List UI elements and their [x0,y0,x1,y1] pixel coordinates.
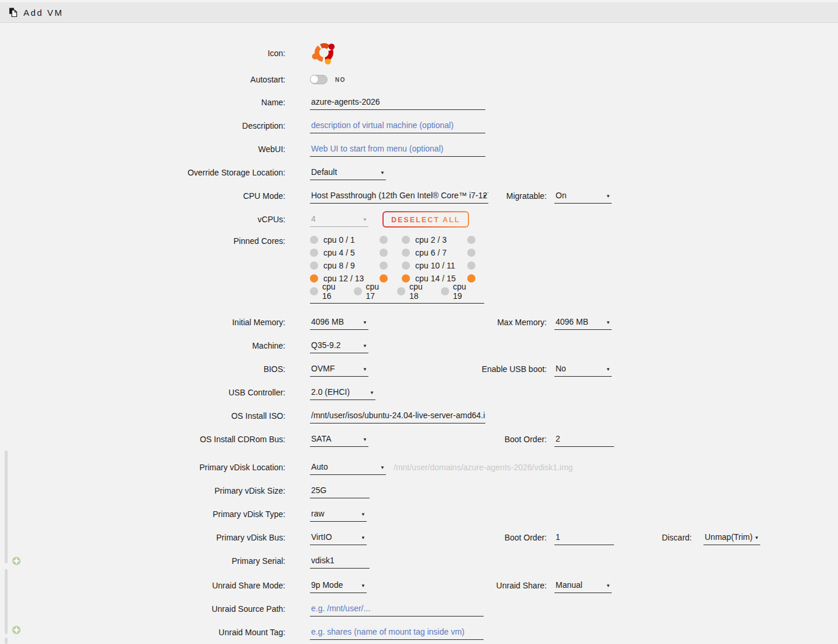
description-input[interactable] [310,119,485,133]
dropdown-arrow-icon: ▼ [606,194,611,199]
cpu-core-label: cpu 16 [322,282,346,301]
mount-tag-label: Unraid Mount Tag: [0,628,285,637]
cpu-core-label: cpu 0 / 1 [323,235,380,244]
cpu-core-radio[interactable] [380,236,388,244]
share-mode-label: Unraid Share Mode: [0,581,285,590]
initial-memory-select[interactable]: 4096 MB ▼ [310,315,368,330]
vdisk-size-input[interactable] [310,484,370,498]
migratable-label: Migratable: [450,191,547,201]
cdrom-bus-select[interactable]: SATA ▼ [310,432,368,447]
cdrom-boot-order-input[interactable] [554,432,614,447]
cpu-core-radio[interactable] [397,287,405,295]
dropdown-arrow-icon: ▼ [361,535,365,540]
max-memory-select[interactable]: 4096 MB ▼ [554,315,612,330]
share-mode-select[interactable]: 9p Mode ▼ [310,578,367,593]
webui-input[interactable] [310,142,485,157]
core-pair-cell: cpu 0 / 1 [310,235,388,244]
serial-label: Primary Serial: [0,556,285,566]
dropdown-arrow-icon: ▼ [363,343,367,349]
usb-controller-row: USB Controller: 2.0 (EHCI) ▼ [0,381,838,404]
add-share-button[interactable] [12,626,20,634]
cpu-core-radio[interactable] [310,236,318,244]
autostart-toggle[interactable] [310,75,327,84]
cpu-core-radio[interactable] [402,236,410,244]
cpu-core-label: cpu 8 / 9 [323,261,380,270]
vdisk-bus-label: Primary vDisk Bus: [0,533,285,542]
dropdown-arrow-icon: ▼ [363,320,367,325]
bios-label: BIOS: [0,364,285,374]
toggle-knob [310,75,319,84]
storage-location-select[interactable]: Default ▼ [310,166,386,180]
select-value: Manual [556,580,582,590]
usb-boot-select[interactable]: No ▼ [554,362,612,377]
cpu-core-radio[interactable] [310,249,318,257]
deselect-all-button[interactable]: DESELECT ALL [382,211,469,228]
dropdown-arrow-icon: ▼ [380,465,385,470]
vdisk-type-row: Primary vDisk Type: raw ▼ [0,502,838,526]
max-memory-label: Max Memory: [450,318,547,327]
vdisk-bus-select[interactable]: VirtIO ▼ [310,531,367,545]
os-install-iso-input[interactable] [310,409,485,423]
add-vdisk-button[interactable] [12,557,20,565]
cpu-core-label: cpu 19 [453,282,477,301]
cpu-core-radio[interactable] [467,274,475,283]
cpu-core-radio[interactable] [441,287,449,295]
serial-input[interactable] [310,554,370,569]
pinned-cores-row: Pinned Cores: cpu 0 / 1cpu 2 / 3cpu 4 / … [0,231,838,307]
cpu-core-label: cpu 2 / 3 [415,235,467,244]
mount-tag-input[interactable] [310,625,484,640]
ubuntu-logo-icon[interactable] [310,39,338,68]
select-value: Q35-9.2 [311,340,341,350]
cpu-core-label: cpu 10 / 11 [415,261,467,270]
name-input[interactable] [310,95,485,110]
cpu-core-radio[interactable] [380,261,388,270]
cpu-core-radio[interactable] [467,249,475,257]
cpu-core-radio[interactable] [380,274,388,283]
cpu-core-radio[interactable] [402,249,410,257]
cpu-core-radio[interactable] [467,261,475,270]
select-value: SATA [311,434,332,443]
cpu-mode-label: CPU Mode: [0,191,285,201]
select-value: VirtIO [311,532,332,542]
vdisk-boot-order-input[interactable] [554,531,614,545]
pinned-cores-label: Pinned Cores: [0,233,285,246]
machine-select[interactable]: Q35-9.2 ▼ [310,339,368,353]
source-path-label: Unraid Source Path: [0,604,285,614]
cpu-core-radio[interactable] [380,249,388,257]
source-path-input[interactable] [310,602,484,617]
cpu-core-radio[interactable] [402,261,410,270]
share-select[interactable]: Manual ▼ [554,578,612,593]
cpu-core-radio[interactable] [467,236,475,244]
select-value: 2.0 (EHCI) [311,387,350,397]
cdrom-bus-row: OS Install CDRom Bus: SATA ▼ Boot Order: [0,428,838,451]
vcpus-row: vCPUs: 4 ▼ DESELECT ALL [0,208,838,231]
cpu-core-radio[interactable] [310,274,318,283]
cpu-core-radio[interactable] [354,287,362,295]
share-mode-row: Unraid Share Mode: 9p Mode ▼ Unraid Shar… [0,574,838,597]
cdrom-boot-order-label: Boot Order: [450,435,547,444]
select-value: Auto [311,462,328,471]
cpu-core-radio[interactable] [402,274,410,283]
discard-select[interactable]: Unmap(Trim) ▼ [703,531,760,545]
migratable-select[interactable]: On ▼ [554,189,612,204]
dropdown-arrow-icon: ▼ [361,512,365,517]
vdisk-location-select[interactable]: Auto ▼ [310,460,386,475]
select-value: Unmap(Trim) [705,532,753,542]
core-pair-row: cpu 4 / 5cpu 6 / 7 [310,246,484,259]
cpu-mode-row: CPU Mode: Host Passthrough (12th Gen Int… [0,184,838,208]
vdisk-type-select[interactable]: raw ▼ [310,507,367,522]
bios-select[interactable]: OVMF ▼ [310,362,368,377]
vdisk-bus-row: Primary vDisk Bus: VirtIO ▼ Boot Order: … [0,526,838,549]
autostart-row: Autostart: NO [0,68,838,91]
vdisk-size-row: Primary vDisk Size: [0,479,838,502]
cdrom-bus-label: OS Install CDRom Bus: [0,435,285,444]
cpu-core-radio[interactable] [310,287,318,295]
usb-controller-select[interactable]: 2.0 (EHCI) ▼ [310,385,375,400]
dropdown-arrow-icon: ▼ [606,583,611,588]
core-pair-cell: cpu 6 / 7 [402,248,475,257]
section-rail [5,569,8,634]
cpu-core-radio[interactable] [310,261,318,270]
webui-label: WebUI: [0,144,285,154]
webui-row: WebUI: [0,137,838,161]
vdisk-location-row: Primary vDisk Location: Auto ▼ /mnt/user… [0,456,838,479]
